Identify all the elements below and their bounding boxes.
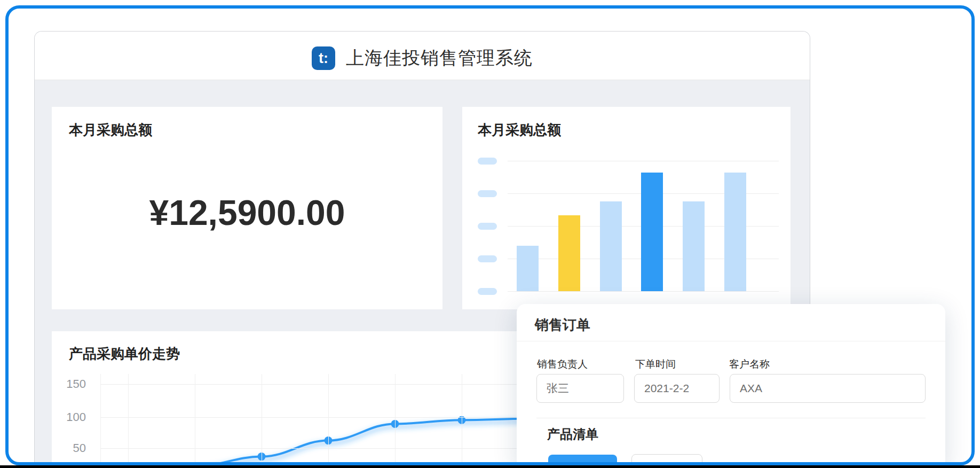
y-axis-placeholder-pill [478, 223, 497, 230]
line-chart-gridline-v [100, 374, 101, 468]
line-chart-gridline-v [462, 374, 462, 468]
customer-name-label: 客户名称 [729, 357, 770, 371]
y-axis-placeholder-pill [478, 158, 497, 165]
bar-chart [462, 107, 791, 309]
bar-chart-card: 本月采购总额 [462, 107, 791, 309]
kpi-amount: ¥12,5900.00 [52, 107, 442, 309]
product-list-title: 产品清单 [547, 426, 598, 443]
y-axis-placeholder-pill [478, 190, 497, 197]
bar-chart-gridline [508, 161, 779, 161]
product-list-secondary-button[interactable] [631, 454, 702, 468]
bar-series-bar [683, 201, 705, 291]
sales-person-label: 销售负责人 [537, 357, 588, 371]
panel-header-divider [517, 341, 945, 341]
line-chart-gridline-v [328, 374, 329, 468]
y-axis-placeholder-pill [478, 255, 497, 262]
line-chart-gridline-v [195, 374, 195, 468]
product-list-primary-button[interactable] [548, 455, 617, 468]
app-title: 上海佳投销售管理系统 [346, 46, 533, 71]
bar-series-bar [641, 173, 663, 291]
sales-person-input[interactable]: 张三 [536, 374, 624, 403]
bar-series-bar [724, 173, 746, 291]
bar-series-bar [600, 201, 622, 291]
line-chart-gridline-v [128, 374, 129, 468]
bar-series-bar [517, 246, 539, 291]
line-chart-gridline-v [395, 374, 396, 468]
line-series-glow [195, 422, 528, 468]
line-chart-gridline-v [262, 374, 262, 468]
app-logo-icon: t: [312, 46, 335, 70]
screenshot-canvas: t: 上海佳投销售管理系统 本月采购总额 ¥12,5900.00 本月采购总额 … [0, 0, 980, 468]
sales-order-panel-title: 销售订单 [535, 316, 590, 334]
sales-order-panel: 销售订单 销售负责人 张三 下单时间 2021-2-2 客户名称 AXA 产品清… [517, 304, 945, 468]
customer-name-input[interactable]: AXA [730, 374, 926, 403]
bar-chart-gridline [508, 291, 779, 292]
kpi-card: 本月采购总额 ¥12,5900.00 [52, 107, 442, 309]
bar-series-bar [558, 215, 580, 291]
y-axis-placeholder-pill [478, 288, 497, 295]
app-header: t: 上海佳投销售管理系统 [35, 32, 810, 80]
order-time-label: 下单时间 [635, 357, 676, 371]
panel-section-divider [536, 418, 926, 418]
order-time-input[interactable]: 2021-2-2 [634, 374, 720, 403]
